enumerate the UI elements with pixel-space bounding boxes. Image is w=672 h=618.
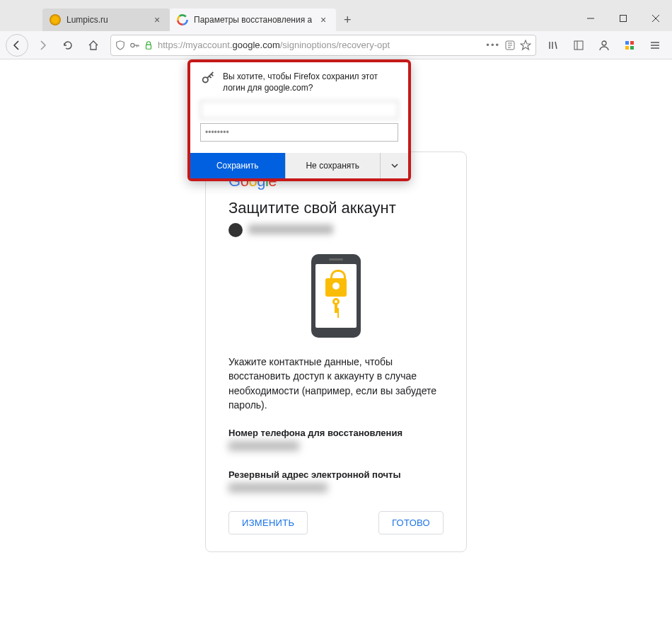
phone-illustration bbox=[228, 254, 444, 338]
recovery-card: Google Защитите свой аккаунт Укажите кон… bbox=[205, 151, 467, 552]
key-icon bbox=[129, 40, 139, 50]
svg-rect-20 bbox=[574, 41, 583, 50]
change-button[interactable]: ИЗМЕНИТЬ bbox=[228, 511, 308, 534]
prompt-text: Вы хотите, чтобы Firefox сохранил этот л… bbox=[223, 71, 398, 93]
more-icon[interactable]: ••• bbox=[486, 40, 500, 50]
close-icon[interactable]: × bbox=[318, 14, 329, 25]
svg-rect-25 bbox=[625, 46, 629, 50]
url-bar[interactable]: https://myaccount.google.com/signinoptio… bbox=[110, 35, 536, 56]
password-input[interactable] bbox=[200, 123, 398, 142]
recovery-phone-label: Номер телефона для восстановления bbox=[228, 428, 444, 438]
dont-save-button[interactable]: Не сохранять bbox=[285, 153, 381, 178]
favicon-google bbox=[177, 14, 188, 25]
tab-label: Параметры восстановления а bbox=[194, 15, 312, 25]
window-controls bbox=[574, 6, 672, 31]
sidebar-icon[interactable] bbox=[567, 34, 590, 57]
recovery-email-value bbox=[228, 483, 444, 496]
description-text: Укажите контактные данные, чтобы восстан… bbox=[228, 355, 444, 412]
svg-line-19 bbox=[555, 42, 557, 49]
extension-icon[interactable] bbox=[618, 34, 641, 57]
reader-icon[interactable] bbox=[504, 40, 516, 51]
page-title: Защитите свой аккаунт bbox=[228, 199, 444, 217]
star-icon[interactable] bbox=[520, 40, 531, 51]
menu-icon[interactable] bbox=[644, 34, 666, 57]
titlebar bbox=[0, 0, 672, 6]
done-button[interactable]: ГОТОВО bbox=[378, 511, 444, 534]
account-icon[interactable] bbox=[593, 34, 615, 57]
save-button[interactable]: Сохранить bbox=[190, 153, 285, 178]
maximize-button[interactable] bbox=[607, 6, 639, 31]
svg-rect-26 bbox=[630, 46, 634, 50]
tab-strip: Lumpics.ru × Параметры восстановления а … bbox=[0, 6, 672, 31]
svg-line-32 bbox=[212, 74, 214, 76]
tab-label: Lumpics.ru bbox=[66, 15, 146, 25]
tab-lumpics[interactable]: Lumpics.ru × bbox=[42, 8, 170, 31]
recovery-email-label: Резервный адрес электронной почты bbox=[228, 469, 444, 480]
lock-icon bbox=[325, 278, 347, 297]
svg-point-8 bbox=[131, 43, 134, 47]
favicon-lumpics bbox=[50, 14, 61, 25]
account-row[interactable] bbox=[228, 223, 444, 237]
svg-line-33 bbox=[209, 76, 212, 78]
svg-rect-23 bbox=[625, 41, 629, 45]
svg-point-30 bbox=[203, 77, 208, 82]
library-icon[interactable] bbox=[542, 34, 564, 57]
svg-rect-24 bbox=[630, 41, 634, 45]
close-icon[interactable]: × bbox=[151, 14, 163, 25]
lock-icon bbox=[144, 40, 153, 50]
home-button[interactable] bbox=[82, 34, 105, 57]
tab-google-recovery[interactable]: Параметры восстановления а × bbox=[170, 8, 336, 31]
username-input[interactable] bbox=[200, 101, 398, 119]
account-email bbox=[248, 224, 333, 236]
shield-icon bbox=[115, 40, 125, 50]
minimize-button[interactable] bbox=[574, 6, 607, 31]
close-window-button[interactable] bbox=[639, 6, 672, 31]
key-icon bbox=[200, 71, 216, 86]
svg-rect-5 bbox=[620, 16, 627, 22]
avatar bbox=[228, 223, 243, 237]
back-button[interactable] bbox=[6, 34, 28, 57]
svg-point-22 bbox=[602, 41, 606, 45]
toolbar: https://myaccount.google.com/signinoptio… bbox=[0, 31, 672, 59]
page-content: Google Защитите свой аккаунт Укажите кон… bbox=[0, 59, 672, 618]
save-password-prompt: Вы хотите, чтобы Firefox сохранил этот л… bbox=[187, 59, 411, 181]
dropdown-button[interactable] bbox=[380, 153, 408, 178]
url-text: https://myaccount.google.com/signinoptio… bbox=[158, 40, 390, 50]
reload-button[interactable] bbox=[57, 34, 79, 57]
recovery-phone-value bbox=[228, 441, 444, 454]
forward-button[interactable] bbox=[31, 34, 54, 57]
key-icon bbox=[332, 298, 340, 314]
new-tab-button[interactable]: + bbox=[336, 8, 359, 31]
svg-rect-12 bbox=[146, 45, 151, 49]
